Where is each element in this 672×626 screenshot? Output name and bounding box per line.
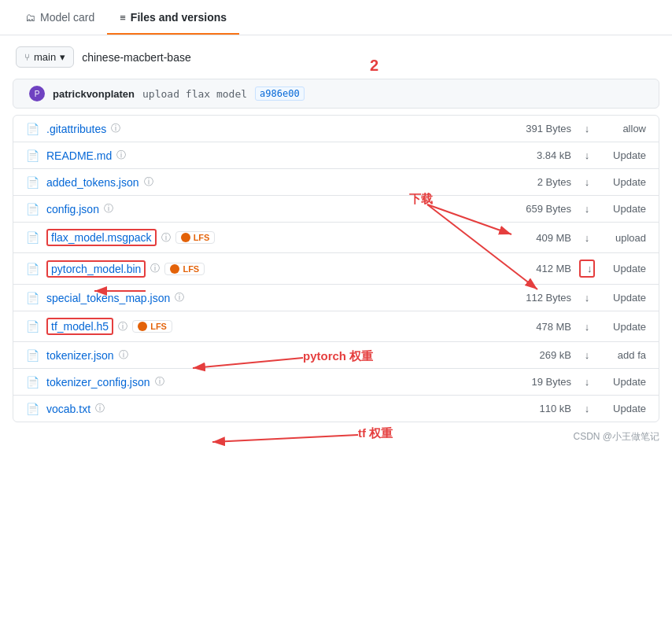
table-row: 📄 special_tokens_map.json ⓘ 112 Bytes ↓ … [13, 285, 659, 311]
info-icon[interactable]: ⓘ [161, 231, 171, 245]
file-icon: 📄 [26, 263, 39, 275]
tf-model-name[interactable]: tf_model.h5 [46, 318, 113, 335]
table-row: 📄 README.md ⓘ 3.84 kB ↓ Update [13, 142, 659, 169]
lfs-badge: LFS [164, 263, 205, 275]
info-icon[interactable]: ⓘ [116, 149, 126, 162]
file-icon: 📄 [26, 149, 39, 162]
table-row: 📄 .gitattributes ⓘ 391 Bytes ↓ allow [13, 116, 659, 142]
file-size: 659 Bytes [508, 203, 571, 215]
file-name[interactable]: added_tokens.json ⓘ [46, 175, 500, 189]
commit-action: Update [603, 176, 646, 188]
commit-row: P patrickvonplaten upload flax model a98… [13, 79, 659, 109]
file-size: 409 MB [508, 232, 571, 244]
file-icon: 📄 [26, 349, 39, 362]
file-name[interactable]: pytorch_model.bin ⓘ LFS [46, 260, 500, 278]
file-name[interactable]: README.md ⓘ [46, 149, 500, 162]
chevron-down-icon: ▾ [60, 51, 65, 63]
table-row: 📄 flax_model.msgpack ⓘ LFS 409 MB ↓ uplo… [13, 223, 659, 253]
avatar: P [29, 86, 45, 101]
commit-sha[interactable]: a986e00 [255, 87, 305, 101]
table-row: 📄 tf_model.h5 ⓘ LFS 478 MB ↓ Update [13, 311, 659, 342]
flax-model-name[interactable]: flax_model.msgpack [46, 229, 157, 246]
file-name[interactable]: vocab.txt ⓘ [46, 402, 500, 415]
file-icon: 📄 [26, 376, 39, 388]
repo-path: chinese-macbert-base [82, 51, 191, 64]
info-icon[interactable]: ⓘ [175, 291, 184, 304]
pytorch-model-name[interactable]: pytorch_model.bin [46, 260, 146, 278]
commit-action: Update [603, 292, 646, 304]
info-icon[interactable]: ⓘ [111, 122, 120, 135]
file-name[interactable]: tf_model.h5 ⓘ LFS [46, 318, 500, 335]
file-icon: 📄 [26, 320, 39, 333]
branch-icon: ⑂ [24, 52, 30, 63]
commit-action: Update [603, 403, 646, 414]
file-size: 478 MB [508, 321, 571, 333]
info-icon[interactable]: ⓘ [104, 202, 113, 215]
file-icon: 📄 [26, 292, 39, 304]
files-versions-label: Files and versions [131, 11, 227, 24]
watermark: CSDN @小王做笔记 [0, 422, 672, 447]
info-icon[interactable]: ⓘ [144, 175, 153, 189]
file-size: 112 Bytes [508, 292, 571, 304]
branch-selector[interactable]: ⑂ main ▾ [16, 46, 74, 68]
files-icon: ≡ [120, 12, 126, 24]
branch-row: ⑂ main ▾ chinese-macbert-base [0, 35, 672, 79]
file-name[interactable]: tokenizer.json ⓘ [46, 348, 500, 362]
download-button[interactable]: ↓ [579, 292, 595, 304]
lfs-badge: LFS [175, 231, 216, 244]
commit-action: Update [603, 263, 646, 274]
file-size: 2 Bytes [508, 176, 571, 188]
download-button[interactable]: ↓ [579, 123, 595, 134]
commit-message: upload flax model [142, 88, 247, 100]
download-button[interactable]: ↓ [579, 176, 595, 188]
commit-action: allow [603, 123, 646, 134]
download-button[interactable]: ↓ [579, 349, 595, 361]
download-button[interactable]: ↓ [579, 376, 595, 388]
file-icon: 📄 [26, 123, 39, 135]
download-button[interactable]: ↓ [579, 149, 595, 161]
download-button[interactable]: ↓ [579, 203, 595, 215]
table-row: 📄 pytorch_model.bin ⓘ LFS 412 MB ↓ Updat… [13, 253, 659, 285]
table-row: 📄 config.json ⓘ 659 Bytes ↓ Update [13, 196, 659, 223]
file-name[interactable]: flax_model.msgpack ⓘ LFS [46, 229, 500, 246]
branch-name: main [34, 51, 56, 63]
file-name[interactable]: .gitattributes ⓘ [46, 122, 500, 135]
file-size: 110 kB [508, 403, 571, 414]
file-icon: 📄 [26, 403, 39, 415]
table-row: 📄 tokenizer_config.json ⓘ 19 Bytes ↓ Upd… [13, 369, 659, 396]
commit-action: Update [603, 321, 646, 333]
download-button[interactable]: ↓ [579, 260, 595, 278]
lfs-badge: LFS [132, 320, 172, 333]
file-size: 412 MB [508, 263, 571, 274]
commit-author: patrickvonplaten [53, 88, 135, 100]
info-icon[interactable]: ⓘ [95, 402, 105, 415]
file-icon: 📄 [26, 203, 39, 215]
table-row: 📄 added_tokens.json ⓘ 2 Bytes ↓ Update [13, 169, 659, 196]
file-size: 391 Bytes [508, 123, 571, 134]
info-icon[interactable]: ⓘ [155, 375, 164, 388]
info-icon[interactable]: ⓘ [119, 348, 128, 362]
model-card-label: Model card [40, 11, 94, 24]
file-name[interactable]: special_tokens_map.json ⓘ [46, 291, 500, 304]
commit-action: Update [603, 203, 646, 215]
file-size: 3.84 kB [508, 149, 571, 161]
table-row: 📄 vocab.txt ⓘ 110 kB ↓ Update [13, 396, 659, 422]
file-name[interactable]: tokenizer_config.json ⓘ [46, 375, 500, 388]
files-table: 📄 .gitattributes ⓘ 391 Bytes ↓ allow 📄 R… [13, 115, 659, 422]
file-icon: 📄 [26, 231, 39, 244]
tab-model-card[interactable]: 🗂 Model card [13, 0, 107, 35]
tab-files-versions[interactable]: ≡ Files and versions [107, 0, 239, 35]
download-button[interactable]: ↓ [579, 232, 595, 244]
commit-action: upload [603, 232, 646, 244]
download-button[interactable]: ↓ [579, 403, 595, 414]
commit-action: Update [603, 376, 646, 388]
file-icon: 📄 [26, 176, 39, 189]
tabs-bar: 🗂 Model card ≡ Files and versions [0, 0, 672, 35]
info-icon[interactable]: ⓘ [118, 320, 127, 333]
download-button[interactable]: ↓ [579, 321, 595, 333]
file-size: 19 Bytes [508, 376, 571, 388]
commit-action: Update [603, 149, 646, 161]
file-name[interactable]: config.json ⓘ [46, 202, 500, 215]
file-size: 269 kB [508, 349, 571, 361]
info-icon[interactable]: ⓘ [150, 262, 160, 275]
